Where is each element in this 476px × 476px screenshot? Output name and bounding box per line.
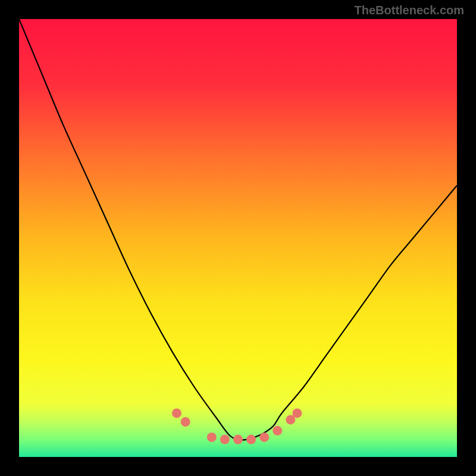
curve-marker [233, 435, 243, 444]
curve-marker [246, 435, 256, 444]
chart-svg [19, 19, 457, 457]
curve-marker [207, 433, 217, 442]
watermark-text: TheBottleneck.com [355, 4, 464, 17]
curve-marker [181, 417, 190, 427]
curve-marker [292, 408, 302, 418]
curve-marker [220, 435, 230, 444]
chart-background [19, 19, 457, 457]
curve-marker [172, 408, 181, 418]
curve-marker [259, 433, 269, 442]
curve-marker [273, 426, 282, 436]
bottleneck-chart [19, 19, 457, 457]
